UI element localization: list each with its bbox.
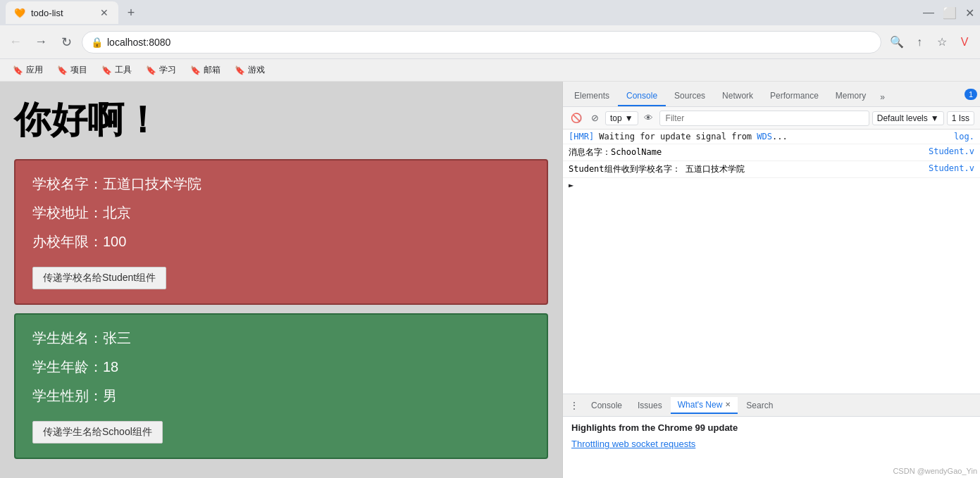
bookmark-study[interactable]: 🔖 学习 [142,63,180,77]
greeting-text: 你好啊！ [14,96,548,145]
pass-student-name-button[interactable]: 传递学生名给School组件 [32,421,163,444]
lock-icon: 🔒 [91,37,103,48]
browser-tab[interactable]: 🧡 todo-list ✕ [6,1,118,24]
bookmark-tools-label: 工具 [115,64,132,76]
bookmark-games[interactable]: 🔖 游戏 [230,63,269,77]
share-button[interactable]: ↑ [910,32,929,52]
bookmark-tools[interactable]: 🔖 工具 [97,63,136,77]
bookmark-study-label: 学习 [159,64,176,76]
bottom-tab-console[interactable]: Console [584,398,629,413]
devtools-tab-sources[interactable]: Sources [666,87,714,106]
default-levels-label: Default levels [877,113,928,123]
address-bar[interactable]: 🔒 localhost:8080 [82,31,881,54]
main-content: 你好啊！ 学校名字：五道口技术学院 学校地址：北京 办校年限：100 传递学校名… [0,82,562,478]
bookmark-button[interactable]: ☆ [932,32,952,52]
console-line-student-received-link[interactable]: Student.v [929,163,974,173]
console-line-school-name-text: 消息名字：SchoolName [569,146,926,158]
back-button[interactable]: ← [6,32,25,52]
browser-body: 你好啊！ 学校名字：五道口技术学院 学校地址：北京 办校年限：100 传递学校名… [0,82,980,478]
pass-school-name-button[interactable]: 传递学校名给Student组件 [32,267,166,289]
bookmark-projects[interactable]: 🔖 项目 [53,63,92,77]
school-address-row: 学校地址：北京 [32,203,530,222]
console-clear-button[interactable]: 🚫 [569,111,584,126]
devtools-notification-badge: 1 [965,89,977,100]
console-toolbar: 🚫 ⊘ top ▼ 👁 Default levels ▼ 1 Iss [563,107,980,130]
devtools-tab-performance[interactable]: Performance [762,87,827,106]
console-line-hmr-text: [HMR] Waiting for update signal from WDS… [569,132,951,141]
issues-badge: 1 Iss [947,111,974,125]
console-output: [HMR] Waiting for update signal from WDS… [563,130,980,394]
top-label: top [610,113,622,123]
filter-input[interactable] [659,111,869,126]
levels-dropdown-icon: ▼ [931,113,939,123]
student-card: 学生姓名：张三 学生年龄：18 学生性别：男 传递学生名给School组件 [14,313,548,459]
bottom-highlights-title: Highlights from the Chrome 99 update [571,422,972,433]
bottom-tab-search-label: Search [746,401,773,410]
title-bar: 🧡 todo-list ✕ + — ⬜ ✕ [0,0,980,25]
bottom-tabs: ⋮ Console Issues What's New ✕ Search [563,394,980,417]
minimize-button[interactable]: — [923,6,934,19]
student-name-row: 学生姓名：张三 [32,329,530,348]
bookmark-projects-label: 项目 [70,64,87,76]
throttling-link[interactable]: Throttling web socket requests [571,439,695,449]
console-line-school-name: 消息名字：SchoolName Student.v [563,144,980,161]
devtools-tab-elements[interactable]: Elements [566,87,618,106]
bottom-tab-issues[interactable]: Issues [631,398,669,413]
bottom-tab-whats-new-label: What's New [678,400,723,410]
bottom-panel-menu-button[interactable]: ⋮ [566,397,583,414]
nav-bar: ← → ↻ 🔒 localhost:8080 🔍 ↑ ☆ V [0,25,980,59]
bookmark-apps-label: 应用 [26,64,43,76]
tab-title: todo-list [31,8,63,18]
console-line-student-received: Student组件收到学校名字： 五道口技术学院 Student.v [563,161,980,178]
address-text: localhost:8080 [107,37,170,48]
bookmarks-bar: 🔖 应用 🔖 项目 🔖 工具 🔖 学习 🔖 邮箱 🔖 游戏 [0,59,980,82]
console-line-school-name-link[interactable]: Student.v [929,146,974,156]
devtools-panel: Elements Console Sources Network Perform… [562,82,980,478]
nav-actions: 🔍 ↑ ☆ V [887,32,974,52]
bookmark-email-label: 邮箱 [204,64,221,76]
school-name-row: 学校名字：五道口技术学院 [32,175,530,194]
student-gender-row: 学生性别：男 [32,386,530,405]
window-controls: — ⬜ ✕ [923,6,974,20]
bottom-tab-console-label: Console [591,401,622,410]
devtools-tab-overflow[interactable]: » [874,88,891,106]
console-line-student-received-text: Student组件收到学校名字： 五道口技术学院 [569,163,926,175]
school-card: 学校名字：五道口技术学院 学校地址：北京 办校年限：100 传递学校名给Stud… [14,159,548,305]
console-filter-button[interactable]: ⊘ [587,111,602,126]
eye-button[interactable]: 👁 [641,111,657,126]
devtools-tab-network[interactable]: Network [714,87,762,106]
devtools-bottom-panel: ⋮ Console Issues What's New ✕ Search [563,394,980,478]
bottom-tab-search[interactable]: Search [739,398,780,413]
student-age-row: 学生年龄：18 [32,358,530,377]
bookmark-email[interactable]: 🔖 邮箱 [186,63,225,77]
console-expand-arrow[interactable]: ► [563,178,980,192]
console-line-hmr-link[interactable]: log. [954,132,974,141]
bookmark-games-label: 游戏 [248,64,265,76]
tab-favicon: 🧡 [14,8,25,18]
tab-close-button[interactable]: ✕ [99,7,110,18]
devtools-tabs: Elements Console Sources Network Perform… [563,82,980,107]
bookmark-apps[interactable]: 🔖 应用 [8,63,47,77]
bottom-tab-whats-new[interactable]: What's New ✕ [671,397,738,414]
new-tab-button[interactable]: + [121,3,141,23]
forward-button[interactable]: → [31,32,51,52]
reload-button[interactable]: ↻ [56,32,76,52]
bottom-tab-issues-label: Issues [638,401,662,410]
context-selector[interactable]: top ▼ [605,111,638,125]
close-window-button[interactable]: ✕ [965,6,974,20]
console-line-hmr: [HMR] Waiting for update signal from WDS… [563,130,980,144]
maximize-button[interactable]: ⬜ [943,6,957,20]
default-levels-selector[interactable]: Default levels ▼ [872,111,944,125]
vivaldi-menu-button[interactable]: V [955,32,974,52]
devtools-tab-console[interactable]: Console [618,87,666,106]
devtools-tab-memory[interactable]: Memory [827,87,874,106]
watermark-text: CSDN @wendyGao_Yin [893,467,977,475]
bottom-panel-content: Highlights from the Chrome 99 update Thr… [563,417,980,478]
context-dropdown-icon: ▼ [625,113,633,123]
school-years-row: 办校年限：100 [32,232,530,251]
whats-new-close-icon[interactable]: ✕ [725,401,731,408]
zoom-button[interactable]: 🔍 [887,32,907,52]
